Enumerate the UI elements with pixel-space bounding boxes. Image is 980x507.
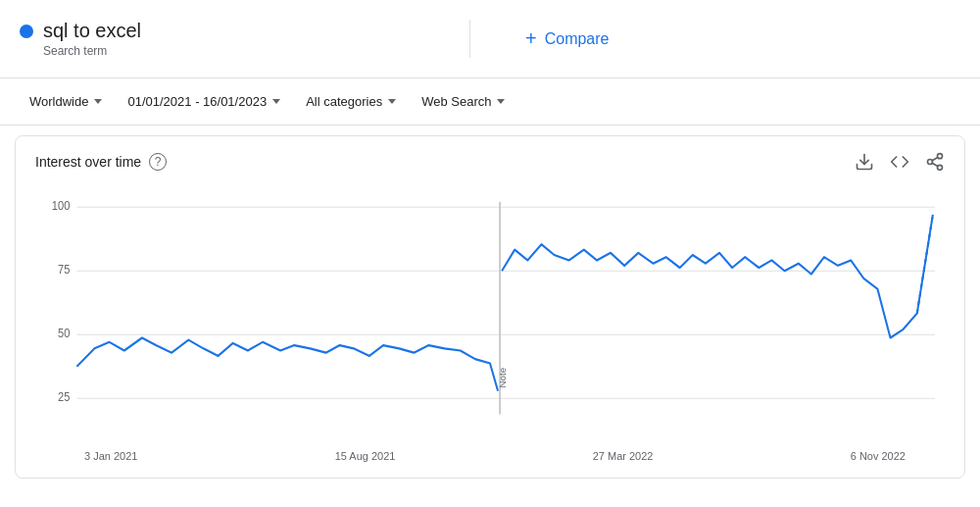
svg-text:50: 50 xyxy=(58,328,70,339)
search-term-text: sql to excel xyxy=(43,20,141,42)
chart-header: Interest over time ? xyxy=(35,152,945,172)
chart-container: 100 75 50 25 Note 3 Jan 2021 15 Aug xyxy=(35,191,945,462)
search-term-label: Search term xyxy=(43,44,450,58)
svg-line-5 xyxy=(932,157,938,160)
help-icon[interactable]: ? xyxy=(149,153,167,171)
svg-text:100: 100 xyxy=(52,200,70,212)
date-chevron-icon xyxy=(272,99,280,104)
svg-text:25: 25 xyxy=(58,391,70,403)
region-label: Worldwide xyxy=(29,94,88,109)
category-label: All categories xyxy=(306,94,382,109)
region-filter[interactable]: Worldwide xyxy=(20,88,112,115)
chart-actions xyxy=(855,152,945,172)
x-label-4: 6 Nov 2022 xyxy=(851,450,906,462)
compare-plus-icon: + xyxy=(525,27,537,50)
embed-icon[interactable] xyxy=(890,152,909,172)
region-chevron-icon xyxy=(94,99,102,104)
compare-label: Compare xyxy=(545,30,610,48)
search-type-chevron-icon xyxy=(497,99,505,104)
chart-section: Interest over time ? xyxy=(15,135,965,479)
chart-title-row: Interest over time ? xyxy=(35,153,167,171)
category-chevron-icon xyxy=(388,99,396,104)
category-filter[interactable]: All categories xyxy=(296,88,406,115)
download-icon[interactable] xyxy=(855,152,874,172)
header: sql to excel Search term + Compare xyxy=(0,0,980,78)
share-icon[interactable] xyxy=(925,152,945,172)
search-term-box: sql to excel Search term xyxy=(20,20,470,58)
trend-chart: 100 75 50 25 Note xyxy=(35,191,945,446)
x-label-2: 15 Aug 2021 xyxy=(335,450,396,462)
date-label: 01/01/2021 - 16/01/2023 xyxy=(127,94,267,109)
x-label-3: 27 Mar 2022 xyxy=(593,450,654,462)
chart-title: Interest over time xyxy=(35,154,141,170)
filters-bar: Worldwide 01/01/2021 - 16/01/2023 All ca… xyxy=(0,78,980,126)
date-filter[interactable]: 01/01/2021 - 16/01/2023 xyxy=(118,88,290,115)
search-term-row: sql to excel xyxy=(20,20,450,42)
x-label-1: 3 Jan 2021 xyxy=(84,450,137,462)
compare-button[interactable]: + Compare xyxy=(510,20,625,58)
search-type-label: Web Search xyxy=(421,94,491,109)
svg-line-4 xyxy=(932,163,938,166)
x-labels: 3 Jan 2021 15 Aug 2021 27 Mar 2022 6 Nov… xyxy=(35,446,945,462)
search-term-dot xyxy=(20,25,33,38)
svg-text:75: 75 xyxy=(58,264,70,276)
search-type-filter[interactable]: Web Search xyxy=(412,88,514,115)
svg-text:Note: Note xyxy=(497,368,508,388)
